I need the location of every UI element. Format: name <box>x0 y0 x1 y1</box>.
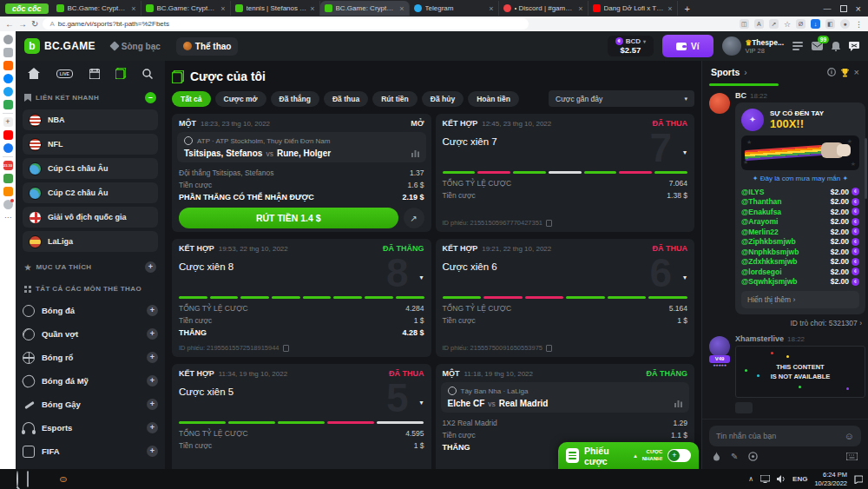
gif-icon[interactable] <box>748 452 758 461</box>
extension-puzzle-icon[interactable]: ◧ <box>825 19 835 29</box>
winner-name[interactable]: @Thanthan <box>741 197 831 206</box>
expand-sport-button[interactable]: + <box>147 328 158 340</box>
add-shortcut-icon[interactable]: + <box>3 117 13 127</box>
sport-item[interactable]: Bóng Gậy + <box>23 393 158 416</box>
expand-sport-button[interactable]: + <box>147 375 158 387</box>
settings-icon[interactable] <box>3 35 13 44</box>
avatar[interactable] <box>709 93 730 114</box>
winner-name[interactable]: @Enakufsa <box>741 208 831 216</box>
event-box[interactable]: Tây Ban Nha · LaLiga Elche CF vs Real Ma… <box>441 382 690 413</box>
back-icon[interactable]: ← <box>5 19 14 29</box>
browser-tab[interactable]: BC.Game: Crypto Casino × <box>141 1 231 16</box>
bet-list-icon[interactable] <box>792 42 803 50</box>
sort-dropdown[interactable]: Cược gần đây ▾ <box>549 90 694 107</box>
reload-icon[interactable]: ↻ <box>31 19 38 29</box>
translate-extension-icon[interactable]: A <box>754 19 764 29</box>
divider[interactable] <box>3 113 13 114</box>
browser-menu-icon[interactable]: ⋮ <box>855 20 863 29</box>
tab-close-icon[interactable]: × <box>489 4 493 13</box>
filter-cashout[interactable]: Rút tiền <box>372 91 418 107</box>
filter-cancelled[interactable]: Đã hủy <box>422 91 464 107</box>
winner-name[interactable]: @Arayomi <box>741 217 831 226</box>
copy-icon[interactable] <box>546 220 552 227</box>
filter-won[interactable]: Đã thắng <box>271 91 319 107</box>
site-security-icon[interactable]: A <box>49 20 54 28</box>
winner-name[interactable]: @lordsegoi <box>741 268 831 276</box>
filter-lost[interactable]: Đã thua <box>324 91 368 107</box>
game-id-link[interactable]: ID trò chơi: 5321307 › <box>735 314 865 327</box>
games-icon[interactable] <box>3 100 13 109</box>
search-icon[interactable] <box>142 69 153 79</box>
notifications-icon[interactable] <box>3 200 13 209</box>
winner-name[interactable]: @Sqwhkjsmjwb <box>741 277 831 286</box>
messenger-icon[interactable] <box>3 74 13 83</box>
sport-item[interactable]: Bóng đá Mỹ + <box>23 369 158 393</box>
copy-icon[interactable] <box>546 345 552 352</box>
expand-caret-icon[interactable]: ▾ <box>419 399 423 406</box>
stats-icon[interactable] <box>411 149 419 157</box>
add-favorite-button[interactable]: + <box>145 261 156 273</box>
expand-sport-button[interactable]: + <box>147 305 158 316</box>
sale-icon[interactable]: 23.10 <box>3 161 13 170</box>
new-tab-button[interactable]: + <box>685 3 690 14</box>
quick-link-item[interactable]: Cúp C1 châu Âu <box>23 158 158 179</box>
stats-icon[interactable] <box>674 400 682 407</box>
minimize-button[interactable]: — <box>824 4 832 13</box>
chat-username[interactable]: BC <box>735 91 746 100</box>
chat-toggle-icon[interactable] <box>849 42 859 51</box>
combo-header[interactable]: Cược xiên 6 6 ▾ <box>436 256 695 294</box>
tab-close-icon[interactable]: × <box>578 4 582 13</box>
chevron-right-icon[interactable]: › <box>744 68 746 77</box>
tray-chevron-icon[interactable]: ∧ <box>748 475 753 483</box>
chat-message-input[interactable]: Tin nhắn của bạn ☺ <box>709 426 861 446</box>
tab-close-icon[interactable]: × <box>310 4 314 13</box>
crown-icon[interactable] <box>3 61 13 70</box>
address-bar[interactable]: A bc.game/vi/sports?bt-path=%2Fbets <box>43 18 529 30</box>
home-icon[interactable] <box>28 68 40 79</box>
quick-link-item[interactable]: Giải vô địch quốc gia <box>23 207 158 228</box>
sport-item[interactable]: Esports + <box>23 416 158 439</box>
winner-name[interactable]: @Nnphkbsmjwb <box>741 248 831 256</box>
betslip-bar[interactable]: Phiếu cược ▴ CƯỢCNHANH! + <box>558 442 699 469</box>
wallet-button[interactable]: Ví <box>662 35 713 57</box>
balance-selector[interactable]: ¢ BCD ▾ $2.57 <box>608 36 654 56</box>
maximize-button[interactable] <box>840 5 847 12</box>
twitter-icon[interactable] <box>3 87 13 96</box>
nav-sports-link[interactable]: Thể thao <box>176 37 239 56</box>
winner-name[interactable]: @ILYS <box>741 188 831 196</box>
chat-scrollbar[interactable] <box>865 138 867 199</box>
expand-sport-button[interactable]: + <box>147 352 158 363</box>
winner-name[interactable]: @Zdxhkksmjwb <box>741 257 831 266</box>
browser-tab[interactable]: tennis | Stefanos Tsitsipa × <box>231 1 320 16</box>
browser-tab[interactable]: Dang Dở Lofi x Thói tình × <box>589 1 678 16</box>
expand-sport-button[interactable]: + <box>147 446 158 457</box>
expand-sport-button[interactable]: + <box>147 422 158 433</box>
show-more-button[interactable]: Hiển thị thêm › <box>741 291 859 308</box>
screenshot-extension-icon[interactable]: ◫ <box>740 19 749 29</box>
facebook-icon[interactable] <box>3 143 13 153</box>
cashout-button[interactable]: RÚT TIỀN 1.4 $ <box>179 208 398 228</box>
filter-open[interactable]: Cược mở <box>215 91 266 107</box>
quick-link-item[interactable]: NFL <box>23 134 158 155</box>
download-extension-icon[interactable]: ↓ <box>811 19 820 29</box>
volume-icon[interactable] <box>777 475 786 483</box>
chat-username[interactable]: Xhamsterlive <box>735 334 784 343</box>
quick-link-item[interactable]: LaLiga <box>23 231 158 252</box>
language-indicator[interactable]: ENG <box>792 475 807 483</box>
chat-rules-icon[interactable]: ✎ <box>731 452 738 461</box>
event-box[interactable]: ATP · ATP Stockholm, Thụy Điển Đơn Nam T… <box>177 132 426 162</box>
close-window-button[interactable]: × <box>856 3 861 14</box>
quick-link-item[interactable]: NBA <box>23 109 158 130</box>
expand-caret-icon[interactable]: ▾ <box>419 274 423 281</box>
nav-casino-link[interactable]: Sòng bạc <box>104 37 168 56</box>
divider[interactable] <box>3 156 13 157</box>
combo-header[interactable]: Cược xiên 8 8 ▾ <box>172 256 431 294</box>
winner-name[interactable]: @Merlin22 <box>741 228 831 236</box>
rain-icon[interactable] <box>713 452 720 461</box>
filter-all[interactable]: Tất cả <box>172 91 211 107</box>
filter-refund[interactable]: Hoàn tiền <box>468 91 519 107</box>
reaction-button[interactable] <box>735 402 753 413</box>
more-icon[interactable]: ⋯ <box>3 213 13 222</box>
sport-item[interactable]: FIFA + <box>23 439 158 463</box>
bookmark-star-icon[interactable]: ☆ <box>784 20 791 29</box>
